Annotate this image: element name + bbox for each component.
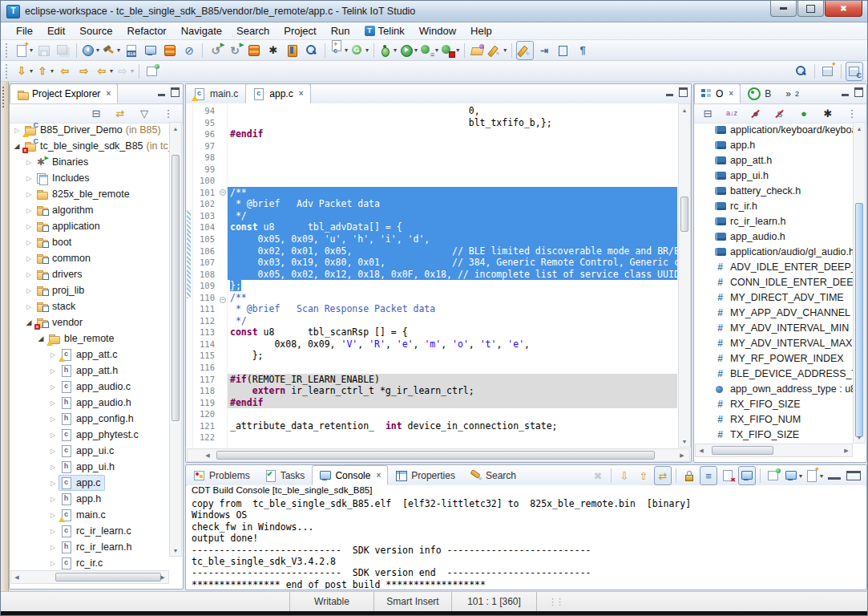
outline-item-my-adv-interval-min[interactable]: #MY_ADV_INTERVAL_MIN (694, 320, 854, 335)
close-view-icon[interactable]: × (106, 89, 111, 98)
minimize-view-icon[interactable] (158, 94, 165, 96)
console-tab-search[interactable]: Search (462, 465, 523, 485)
pin-editor-button[interactable] (143, 62, 161, 81)
outline-item-rc-ir-learn-h[interactable]: rc_ir_learn.h (694, 213, 854, 229)
minimize-button[interactable] (770, 1, 797, 17)
code-line-120[interactable] (228, 408, 677, 420)
tree-item-includes[interactable]: ▷Includes (10, 170, 170, 186)
outline-item-battery-check-h[interactable]: battery_check.h (694, 183, 854, 198)
code-line-113[interactable]: const u8 tbl_scanRsp [] = { (228, 326, 677, 338)
build-target-dropdown-icon[interactable]: ▾ (96, 47, 99, 54)
collapse-arrow-icon[interactable]: ◢ (35, 334, 46, 342)
tree-item-boot[interactable]: ▷boot (10, 234, 170, 250)
code-line-101[interactable]: /** (228, 187, 677, 199)
expand-arrow-icon[interactable]: ▷ (47, 415, 59, 423)
code-line-118[interactable]: extern ir_learn_ctrl_t *g_ir_learn_ctrl; (228, 385, 677, 397)
code-line-110[interactable]: /** (228, 292, 677, 304)
code-line-117[interactable]: #if(REMOTE_IR_LEARN_ENABLE) (228, 374, 677, 386)
hscroll-thumb[interactable] (55, 573, 161, 582)
view-menu-button[interactable]: ⋮ (159, 104, 177, 124)
console-tab-problems[interactable]: Problems (186, 465, 257, 485)
maximize-editor-icon[interactable] (679, 87, 688, 97)
code-area[interactable]: 0, blt_txfifo_b,};#endif /** * @brief Ad… (228, 103, 677, 448)
previous-match-button[interactable]: ⇧ (635, 466, 652, 485)
project-tree-hscrollbar[interactable]: ◀ ▶ (10, 570, 169, 584)
outline-tab-[interactable]: »2 (778, 83, 806, 103)
editor-hscrollbar[interactable]: ◀ ▶ (187, 448, 690, 462)
new-wizard-button[interactable]: ▾ (14, 41, 34, 60)
expand-arrow-icon[interactable]: ▷ (11, 127, 22, 134)
menu-edit[interactable]: Edit (40, 23, 72, 38)
last-edit-location-button[interactable] (555, 41, 572, 60)
outline-item-rc-ir-h[interactable]: rc_ir.h (694, 198, 854, 213)
code-line-96[interactable]: #endif (228, 128, 677, 140)
tree-item-application[interactable]: ▷application (10, 218, 170, 234)
outline-item-app-att-h[interactable]: app_att.h (694, 152, 854, 168)
tree-item-app-audio-c[interactable]: ▷capp_audio.c (10, 379, 170, 395)
outline-item-app-h[interactable]: app.h (694, 137, 854, 152)
expand-arrow-icon[interactable]: ▷ (23, 207, 34, 214)
tree-item-app-c[interactable]: ▷capp.c (10, 475, 170, 491)
code-line-97[interactable] (228, 140, 677, 152)
menu-source[interactable]: Source (72, 23, 119, 38)
expand-arrow-icon[interactable]: ▷ (23, 271, 34, 278)
run-button[interactable]: ▾ (399, 41, 418, 60)
expand-arrow-icon[interactable]: ▷ (47, 560, 59, 567)
last-edit-forward-button[interactable]: ⇨ (75, 62, 93, 81)
code-line-98[interactable] (228, 152, 677, 164)
previous-annotation-button[interactable]: ⇧▾ (35, 62, 55, 81)
code-line-108[interactable]: 0x05, 0x02, 0x12, 0x18, 0x0F, 0x18, // i… (228, 269, 677, 281)
show-in-editor-button[interactable]: ⇄ (654, 466, 672, 485)
clear-console-button[interactable] (719, 466, 737, 485)
word-wrap-button[interactable]: ≡ (700, 466, 717, 485)
editor-hscroll-thumb[interactable] (216, 451, 655, 460)
outline-hscrollbar[interactable]: ◀ ▶ (695, 444, 853, 457)
outline-item-application-keyboard-keyboard-h[interactable]: application/keyboard/keyboard.h (694, 122, 854, 137)
display-selected-console-button[interactable]: ▾ (784, 466, 803, 485)
tree-item-rc-ir-c[interactable]: ▷crc_ir.c (10, 555, 170, 570)
outline-item-ble-device-address-type[interactable]: #BLE_DEVICE_ADDRESS_TYPE (694, 366, 854, 381)
tree-item-app-att-c[interactable]: ▷capp_att.c (10, 346, 170, 363)
close-tab-icon[interactable]: × (299, 89, 304, 98)
back-button[interactable]: ⇦▾ (95, 62, 114, 81)
editor-tab-app-c[interactable]: capp.c× (245, 83, 310, 103)
code-line-121[interactable]: _attribute_data_retention_ int device_in… (228, 420, 677, 432)
show-whitespace-button[interactable]: ¶ (574, 41, 591, 60)
code-line-104[interactable]: const u8 tbl_advData[] = { (228, 221, 677, 233)
code-line-115[interactable]: }; (228, 350, 677, 362)
outline-item-my-direct-adv-time[interactable]: #MY_DIRECT_ADV_TIME (694, 290, 854, 305)
code-line-103[interactable]: */ (228, 210, 677, 222)
build-button[interactable]: ▾ (102, 41, 121, 60)
outline-item-my-adv-interval-max[interactable]: #MY_ADV_INTERVAL_MAX (694, 335, 854, 351)
tree-item-tc-ble-single-sdk-b85[interactable]: ◢Cxtc_ble_single_sdk_B85 (in tc_ble_sing… (10, 138, 170, 154)
relaunch-1-button[interactable]: ↺ (207, 41, 224, 60)
collapse-arrow-icon[interactable]: ◢ (23, 318, 34, 326)
console-output[interactable]: copy from tc_ble_single_sdk_B85.elf [elf… (187, 498, 866, 589)
expand-arrow-icon[interactable]: ▷ (47, 496, 59, 503)
code-line-114[interactable]: 0x08, 0x09, 'V', 'R', 'e', 'm', 'o', 't'… (228, 338, 677, 351)
collapse-arrow-icon[interactable]: ◢ (11, 142, 22, 150)
view-menu-button[interactable]: ⋮ (843, 104, 861, 124)
outline-item-adv-idle-enter-deep-time[interactable]: #ADV_IDLE_ENTER_DEEP_TIME (694, 259, 854, 274)
outline-item-rx-fifo-size[interactable]: #RX_FIFO_SIZE (694, 396, 854, 411)
tree-item-rc-ir-learn-c[interactable]: ▷crc_ir_learn.c (10, 523, 170, 539)
tree-item-common[interactable]: ▷common (10, 250, 170, 266)
scroll-lock-button[interactable] (680, 466, 698, 485)
editor-vscrollbar[interactable]: ▲ ▼ (678, 103, 691, 448)
restore-button[interactable] (797, 1, 824, 17)
editor-tab-main-c[interactable]: cmain.c (186, 83, 245, 103)
hide-non-public-button[interactable]: ● (795, 104, 813, 124)
new-c-file-dropdown-icon[interactable]: ▾ (345, 47, 348, 54)
expand-arrow-icon[interactable]: ▷ (23, 191, 34, 198)
sort-button[interactable]: a↓z (723, 104, 741, 124)
code-line-122[interactable] (228, 432, 677, 444)
expand-arrow-icon[interactable]: ▷ (23, 287, 34, 294)
show-console-on-output-button[interactable] (738, 466, 756, 485)
menu-run[interactable]: Run (324, 23, 357, 38)
filter-button[interactable]: ▽ (135, 104, 153, 124)
menu-window[interactable]: Window (412, 23, 463, 38)
console-tab-properties[interactable]: Properties (388, 465, 462, 485)
tree-item-vendor[interactable]: ◢xvendor (10, 314, 170, 330)
code-line-99[interactable] (228, 164, 677, 176)
minimize-view-button[interactable] (826, 466, 843, 485)
